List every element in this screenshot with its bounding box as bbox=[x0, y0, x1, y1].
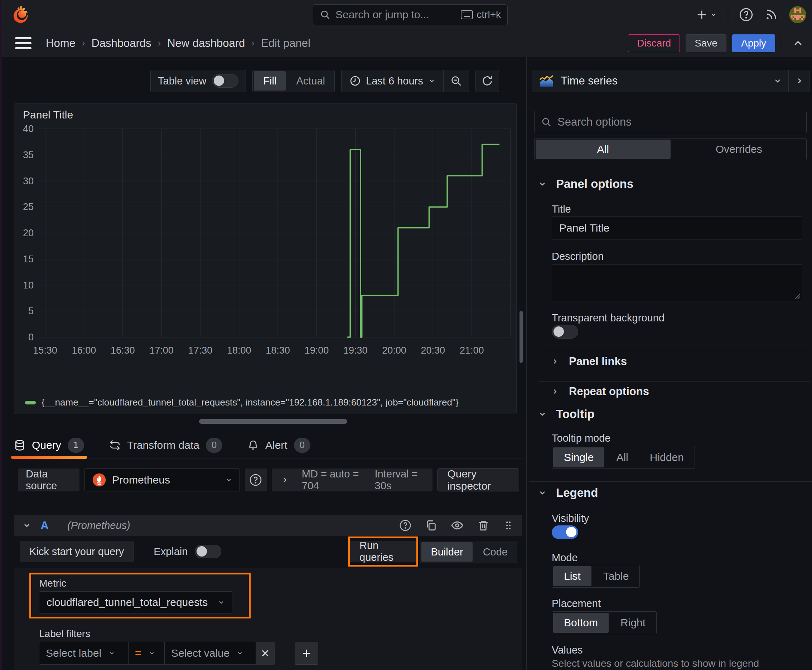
explain-toggle[interactable] bbox=[195, 545, 221, 558]
chevron-down-icon bbox=[428, 77, 436, 85]
panel-title[interactable]: Panel Title bbox=[23, 109, 73, 121]
svg-text:16:30: 16:30 bbox=[111, 345, 135, 356]
viz-type-select[interactable]: Time series bbox=[532, 70, 789, 92]
menu-icon[interactable] bbox=[15, 37, 32, 49]
fill-option[interactable]: Fill bbox=[254, 71, 286, 91]
search-placeholder: Search or jump to... bbox=[336, 8, 456, 21]
time-series-chart[interactable]: 051015202530354015:3016:0016:3017:0017:3… bbox=[18, 124, 514, 360]
help-button[interactable] bbox=[739, 7, 753, 22]
zoom-out-button[interactable] bbox=[443, 70, 469, 91]
tab-all[interactable]: All bbox=[536, 140, 671, 159]
visibility-toggle[interactable] bbox=[552, 525, 578, 539]
legend-mode-table[interactable]: Table bbox=[593, 565, 640, 587]
global-search[interactable]: Search or jump to... ctrl+k bbox=[313, 4, 508, 25]
legend-header-row[interactable]: Legend bbox=[538, 486, 598, 500]
chevron-down-icon bbox=[710, 11, 717, 18]
add-button[interactable] bbox=[696, 8, 717, 21]
metric-select[interactable]: cloudflared_tunnel_total_requests bbox=[39, 591, 232, 613]
chevron-down-icon bbox=[538, 489, 547, 497]
tab-alert[interactable]: Alert 0 bbox=[247, 432, 310, 458]
resize-handle-icon[interactable] bbox=[793, 292, 800, 299]
chevron-down-icon[interactable] bbox=[22, 521, 31, 530]
remove-filter-button[interactable]: ✕ bbox=[256, 642, 275, 665]
svg-text:25: 25 bbox=[23, 201, 34, 212]
query-ref-id[interactable]: A bbox=[41, 519, 49, 532]
transparent-bg-toggle[interactable] bbox=[552, 325, 578, 338]
save-button[interactable]: Save bbox=[686, 34, 726, 52]
eye-icon[interactable] bbox=[451, 519, 464, 532]
panel-links-section[interactable]: Panel links bbox=[538, 346, 627, 377]
trash-icon[interactable] bbox=[477, 519, 490, 531]
scrollbar[interactable] bbox=[519, 311, 523, 363]
shortcut-text: ctrl+k bbox=[476, 9, 501, 20]
legend-swatch[interactable] bbox=[25, 401, 36, 404]
options-sidebar: Time series Search options All Overrides bbox=[529, 57, 812, 670]
avatar[interactable] bbox=[789, 6, 806, 23]
legend-mode-list[interactable]: List bbox=[553, 566, 592, 586]
panel-title-input[interactable] bbox=[552, 217, 802, 239]
legend-placement-right[interactable]: Right bbox=[610, 612, 656, 634]
operator-dropdown[interactable]: = bbox=[129, 642, 164, 665]
svg-text:15: 15 bbox=[23, 254, 34, 264]
news-icon[interactable] bbox=[764, 7, 778, 22]
query-inspector-button[interactable]: Query inspector bbox=[437, 469, 519, 491]
breadcrumb-dashboards[interactable]: Dashboards bbox=[91, 37, 151, 50]
time-picker: Last 6 hours bbox=[341, 70, 469, 92]
chevron-down-icon bbox=[538, 180, 547, 188]
svg-text:20:00: 20:00 bbox=[382, 345, 406, 356]
legend-label[interactable]: {__name__="cloudflared_tunnel_total_requ… bbox=[42, 397, 459, 408]
tab-query[interactable]: Query 1 bbox=[14, 432, 84, 458]
run-queries-button[interactable]: Run queries bbox=[350, 541, 416, 562]
duplicate-icon[interactable] bbox=[425, 519, 437, 531]
datasource-picker[interactable]: Prometheus bbox=[85, 469, 240, 491]
code-option[interactable]: Code bbox=[474, 541, 517, 563]
apply-button[interactable]: Apply bbox=[732, 34, 775, 52]
query-options-summary[interactable]: MD = auto = 704 Interval = 30s bbox=[272, 469, 433, 491]
grafana-logo-icon[interactable] bbox=[12, 5, 31, 24]
svg-text:17:30: 17:30 bbox=[188, 345, 213, 356]
title-field-wrap bbox=[552, 217, 802, 239]
panel-options-header-row[interactable]: Panel options bbox=[538, 177, 633, 191]
visibility-label: Visibility bbox=[552, 513, 589, 524]
time-range-button[interactable]: Last 6 hours bbox=[342, 75, 443, 87]
actions-separator bbox=[781, 36, 781, 51]
viz-pane-expand-button[interactable] bbox=[790, 70, 810, 92]
legend-placement-bottom[interactable]: Bottom bbox=[553, 613, 609, 633]
tooltip-header-row[interactable]: Tooltip bbox=[538, 407, 595, 421]
select-value-dropdown[interactable]: Select value bbox=[164, 642, 256, 665]
description-textarea[interactable] bbox=[552, 264, 802, 301]
svg-text:0: 0 bbox=[28, 332, 34, 342]
tab-transform-data[interactable]: Transform data 0 bbox=[109, 432, 222, 458]
table-view-toggle[interactable] bbox=[212, 74, 239, 88]
tab-overrides[interactable]: Overrides bbox=[672, 139, 807, 160]
chart[interactable]: 051015202530354015:3016:0016:3017:0017:3… bbox=[18, 124, 514, 360]
discard-button[interactable]: Discard bbox=[628, 34, 680, 52]
breadcrumb-separator: › bbox=[251, 37, 254, 49]
kick-start-button[interactable]: Kick start your query bbox=[20, 541, 134, 562]
tooltip-single-option[interactable]: Single bbox=[553, 447, 604, 467]
tab-transform-count: 0 bbox=[206, 438, 222, 453]
options-search[interactable]: Search options bbox=[534, 111, 807, 133]
drag-handle-icon[interactable] bbox=[503, 520, 514, 531]
explain-control: Explain bbox=[154, 545, 221, 558]
chevron-down-icon bbox=[225, 476, 232, 484]
breadcrumb-new-dashboard[interactable]: New dashboard bbox=[167, 37, 245, 50]
tooltip-all-option[interactable]: All bbox=[605, 446, 639, 469]
actual-option[interactable]: Actual bbox=[287, 70, 334, 91]
breadcrumb-home[interactable]: Home bbox=[46, 37, 76, 50]
panel-resize-handle[interactable] bbox=[199, 419, 347, 424]
datasource-value: Prometheus bbox=[112, 474, 170, 486]
query-row-header[interactable]: A (Prometheus) bbox=[14, 515, 522, 536]
add-filter-button[interactable]: + bbox=[295, 642, 318, 665]
select-label-dropdown[interactable]: Select label bbox=[39, 642, 129, 665]
help-icon[interactable] bbox=[399, 519, 411, 531]
panel-options-header: Panel options bbox=[556, 177, 633, 191]
datasource-help-button[interactable] bbox=[245, 469, 267, 491]
collapse-options-pane-icon[interactable] bbox=[792, 37, 804, 49]
transparent-bg-label: Transparent background bbox=[552, 312, 665, 324]
panel-toolbar: Table view Fill Actual Last 6 hours bbox=[150, 70, 499, 92]
repeat-options-section[interactable]: Repeat options bbox=[538, 376, 649, 407]
tooltip-hidden-option[interactable]: Hidden bbox=[639, 446, 695, 469]
refresh-button[interactable] bbox=[475, 70, 499, 92]
builder-option[interactable]: Builder bbox=[421, 542, 472, 562]
